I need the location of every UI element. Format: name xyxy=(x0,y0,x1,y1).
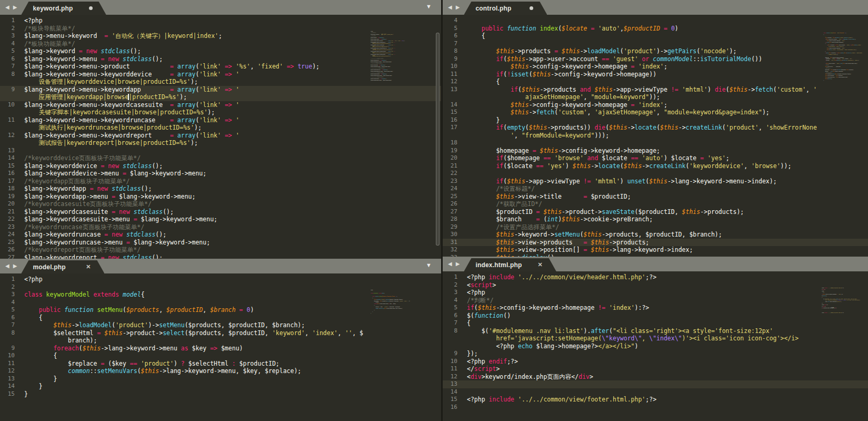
code-line[interactable]: 12 { xyxy=(443,78,868,86)
code-line[interactable]: 22 xyxy=(443,170,868,178)
code-line[interactable]: 3<?php xyxy=(443,289,868,297)
code-line[interactable]: 14 } xyxy=(0,383,441,390)
code-line[interactable]: 23 if($this->app->viewType != 'mhtml') u… xyxy=(443,178,868,185)
code-line[interactable]: 11$lang->keyword->menu->keywordruncase =… xyxy=(0,116,441,124)
modified-dot-icon[interactable] xyxy=(89,6,93,10)
code-line[interactable]: 9}); xyxy=(443,350,868,358)
code-line[interactable]: 26/*keywordreport页面板块子功能菜单*/ xyxy=(0,246,441,254)
code-line[interactable]: 31 $this->view->products = $this->produc… xyxy=(443,239,868,247)
tab-control.php[interactable]: control.php xyxy=(464,2,547,15)
vertical-scrollbar-thumb[interactable] xyxy=(436,33,440,246)
code-line[interactable]: 8 $this->products = $this->loadModel('pr… xyxy=(443,47,868,55)
code-line[interactable]: 32 $this->view->position[] = $this->lang… xyxy=(443,246,868,254)
code-line[interactable]: 8 $selectHtml = $this->product->select($… xyxy=(0,329,441,337)
code-line[interactable]: 17 if(empty($this->products)) die($this-… xyxy=(443,124,868,132)
code-line[interactable]: 20 if($homepage == 'browse' and $locate … xyxy=(443,154,868,162)
next-tab-icon[interactable]: ▶ xyxy=(456,5,460,10)
code-line[interactable]: 21 if($locate == 'yes') $this->locate($t… xyxy=(443,162,868,170)
code-line[interactable]: 7 $this->loadModel('product')->setMenu($… xyxy=(0,321,441,329)
code-line[interactable]: 26 /*获取产品ID*/ xyxy=(443,200,868,208)
code-line[interactable]: 12$lang->keyword->menu->keywordreport = … xyxy=(0,132,441,140)
code-line[interactable]: 9$lang->keyword->menu->keywordapp = arra… xyxy=(0,86,441,94)
code-line[interactable]: 12<div>keyword/index.php页面内容</div> xyxy=(443,373,868,381)
code-line[interactable]: 16 xyxy=(443,404,868,412)
code-line[interactable]: 25 $this->view->title = $productID; xyxy=(443,193,868,201)
code-line[interactable]: 17/*keywordapp页面板块子功能菜单*/ xyxy=(0,178,441,185)
code-line[interactable]: 27 $productID = $this->product->saveStat… xyxy=(443,208,868,216)
code-line[interactable]: 24$lang->keywordruncase = new stdclass()… xyxy=(0,231,441,239)
code-line[interactable]: 10$lang->keyword->menu->keywordcasesuite… xyxy=(0,101,441,109)
code-line[interactable]: 13 } xyxy=(0,375,441,383)
code-line[interactable]: 应用管理|keywordapp|browse|productID=%s'); xyxy=(0,93,441,101)
next-tab-icon[interactable]: ▶ xyxy=(13,5,17,10)
code-line[interactable]: branch); xyxy=(0,337,441,345)
code-line[interactable]: 19 $homepage = $this->config->keyword->h… xyxy=(443,147,868,155)
code-line[interactable]: 1<?php xyxy=(0,276,441,283)
code-line[interactable]: 1<?php xyxy=(0,17,441,25)
code-line[interactable]: 14/*keyworddevice页面板块子功能菜单*/ xyxy=(0,154,441,162)
code-line[interactable]: 16 } xyxy=(443,116,868,124)
code-line[interactable]: 24 /*设置标题*/ xyxy=(443,185,868,193)
close-tab-icon[interactable]: ✕ xyxy=(538,262,543,268)
code-line[interactable]: 13 xyxy=(0,147,441,155)
code-line[interactable]: 22$lang->keywordcasesuite->menu = $lang-… xyxy=(0,216,441,223)
prev-tab-icon[interactable]: ◀ xyxy=(448,261,452,267)
tab-overflow-menu-icon[interactable]: ▼ xyxy=(426,4,432,9)
modified-dot-icon[interactable] xyxy=(530,6,533,10)
code-line[interactable]: 6 { xyxy=(443,32,868,40)
code-line[interactable]: 测试执行|keywordruncase|browse|productID=%s'… xyxy=(0,124,441,132)
code-line[interactable]: 28 $branch = (int)$this->cookie->preBran… xyxy=(443,216,868,223)
code-line[interactable]: href='javascript:setHomepage(\"keyword\"… xyxy=(443,335,868,342)
code-line[interactable]: 2<script> xyxy=(443,281,868,289)
code-line[interactable]: 15 $this->fetch('custom', 'ajaxSetHomepa… xyxy=(443,109,868,116)
minimap[interactable]: 1<?php23class keywordModel extends model… xyxy=(368,289,412,315)
prev-tab-icon[interactable]: ◀ xyxy=(5,5,9,10)
code-line[interactable]: ', "fromModule=keyword"))); xyxy=(443,132,868,140)
code-line[interactable]: 测试报告|keywordreport|browse|productID=%s')… xyxy=(0,139,441,147)
code-editor-area[interactable]: 1<?php2/*板块导航菜单*/3$lang->menu->keyword =… xyxy=(0,15,441,259)
code-line[interactable]: 25$lang->keywordruncase->menu = $lang->k… xyxy=(0,239,441,247)
minimap[interactable]: 45 public function index($locate = 'auto… xyxy=(819,31,863,82)
code-line[interactable]: 10 $this->config->keyword->homepage = 'i… xyxy=(443,63,868,71)
code-line[interactable]: 4/*判断*/ xyxy=(443,297,868,305)
code-line[interactable]: ajaxSetHomepage', "module=keyword")); xyxy=(443,93,868,101)
code-line[interactable]: 11 $replace = ($key == 'product') ? $sel… xyxy=(0,360,441,368)
code-line[interactable]: 14 $this->config->keyword->homepage = 'i… xyxy=(443,101,868,109)
code-line[interactable]: 8 $('#modulemenu .nav li:last').after("<… xyxy=(443,327,868,335)
code-line[interactable]: 14 xyxy=(443,388,868,396)
code-line[interactable]: 18 xyxy=(443,139,868,147)
code-line[interactable]: 27$lang->keywordreport = new stdclass(); xyxy=(0,254,441,259)
code-editor-area[interactable]: 1<?php23class keywordModel extends model… xyxy=(0,273,441,421)
code-line[interactable]: 19$lang->keywordapp->menu = $lang->keywo… xyxy=(0,193,441,201)
code-line[interactable]: 15<?php include '../../common/view/foote… xyxy=(443,396,868,404)
code-line[interactable]: 29 /*设置产品选择菜单*/ xyxy=(443,223,868,231)
next-tab-icon[interactable]: ▶ xyxy=(13,263,17,269)
tab-model.php[interactable]: model.php✕ xyxy=(21,260,104,273)
code-line[interactable]: 12 common::setMenuVars($this->lang->keyw… xyxy=(0,367,441,375)
code-editor-area[interactable]: 45 public function index($locate = 'auto… xyxy=(443,15,868,257)
code-line[interactable]: 9 foreach($this->lang->keyword->menu as … xyxy=(0,345,441,353)
code-line[interactable]: 5if($this->config->keyword->homepage != … xyxy=(443,304,868,312)
next-tab-icon[interactable]: ▶ xyxy=(456,261,460,267)
code-line[interactable]: 23/*keywordruncase页面板块子功能菜单*/ xyxy=(0,223,441,231)
code-line[interactable]: 关键字脚本|keywordcasesuite|browse|productID=… xyxy=(0,109,441,116)
code-line[interactable]: 20/*keywordcasesuite页面板块子功能菜单*/ xyxy=(0,200,441,208)
prev-tab-icon[interactable]: ◀ xyxy=(448,5,452,10)
code-line[interactable]: 13 if($this->products and $this->app->vi… xyxy=(443,86,868,94)
code-line[interactable]: 30 $this->keyword->setMenu($this->produc… xyxy=(443,231,868,239)
code-line[interactable]: 21$lang->keywordcasesuite = new stdclass… xyxy=(0,208,441,216)
code-line[interactable]: 1<?php include '../../common/view/header… xyxy=(443,273,868,281)
code-line[interactable]: 15$lang->keyworddevice = new stdclass(); xyxy=(0,162,441,170)
minimap[interactable]: 1<?php2/*板块导航菜单*/3$lang->menu->keyword =… xyxy=(368,31,412,82)
code-line[interactable]: 4 xyxy=(443,17,868,25)
tab-index.html.php[interactable]: index.html.php✕ xyxy=(464,258,556,271)
code-line[interactable]: 11 if(!isset($this->config->keyword->hom… xyxy=(443,71,868,79)
tab-keyword.php[interactable]: keyword.php xyxy=(21,2,106,15)
code-line[interactable]: 10<?php endif;?> xyxy=(443,358,868,366)
code-line[interactable]: 5 public function index($locate = 'auto'… xyxy=(443,25,868,33)
minimap[interactable]: 1<?php include '../../common/view/header… xyxy=(819,287,863,316)
code-line[interactable]: 7{ xyxy=(443,319,868,327)
prev-tab-icon[interactable]: ◀ xyxy=(5,263,9,269)
code-line[interactable]: 13 xyxy=(443,380,868,388)
code-line[interactable]: 18$lang->keywordapp = new stdclass(); xyxy=(0,185,441,193)
